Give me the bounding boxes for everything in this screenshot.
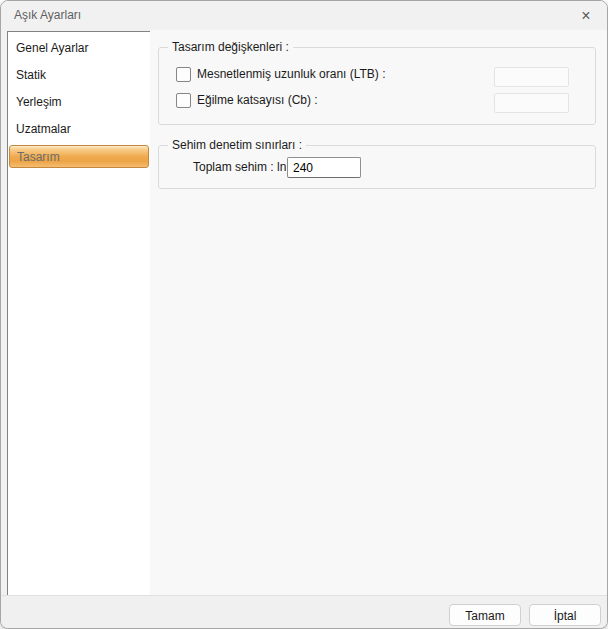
sidebar-item-tasarim[interactable]: Tasarım xyxy=(9,145,149,168)
purlin-settings-dialog: Aşık Ayarları × Genel Ayarlar Statik Yer… xyxy=(0,0,608,629)
sidebar-item-uzatmalar[interactable]: Uzatmalar xyxy=(8,116,150,143)
close-icon: × xyxy=(581,8,590,24)
sidebar-item-yerlesim[interactable]: Yerleşim xyxy=(8,89,150,116)
settings-category-list: Genel Ayarlar Statik Yerleşim Uzatmalar … xyxy=(7,31,151,596)
sidebar-item-genel-ayarlar[interactable]: Genel Ayarlar xyxy=(8,35,150,62)
cb-factor-label: Eğilme katsayısı (Cb) : xyxy=(197,93,318,107)
ltb-ratio-row: Mesnetlenmiş uzunluk oranı (LTB) : xyxy=(176,66,386,82)
window-title: Aşık Ayarları xyxy=(14,1,81,30)
total-deflection-label: Toplam sehim : ln / xyxy=(193,160,293,174)
settings-content-panel: Tasarım değişkenleri : Mesnetlenmiş uzun… xyxy=(150,30,607,595)
cb-factor-row: Eğilme katsayısı (Cb) : xyxy=(176,92,318,108)
ltb-ratio-input[interactable] xyxy=(494,67,569,87)
cb-factor-input[interactable] xyxy=(494,93,569,113)
deflection-limits-group: Sehim denetim sınırları : Toplam sehim :… xyxy=(158,145,596,189)
cb-factor-checkbox[interactable] xyxy=(176,93,191,108)
cancel-button[interactable]: İptal xyxy=(529,604,601,626)
ok-button[interactable]: Tamam xyxy=(449,604,521,626)
design-variables-group: Tasarım değişkenleri : Mesnetlenmiş uzun… xyxy=(158,47,596,125)
design-variables-group-title: Tasarım değişkenleri : xyxy=(168,40,293,55)
deflection-limits-group-title: Sehim denetim sınırları : xyxy=(168,138,306,153)
ltb-ratio-label: Mesnetlenmiş uzunluk oranı (LTB) : xyxy=(197,67,386,81)
ltb-ratio-checkbox[interactable] xyxy=(176,67,191,82)
total-deflection-input[interactable] xyxy=(287,157,361,178)
dialog-footer: Tamam İptal xyxy=(1,595,607,628)
sidebar-item-statik[interactable]: Statik xyxy=(8,62,150,89)
title-bar: Aşık Ayarları × xyxy=(1,1,607,30)
close-button[interactable]: × xyxy=(572,4,600,28)
